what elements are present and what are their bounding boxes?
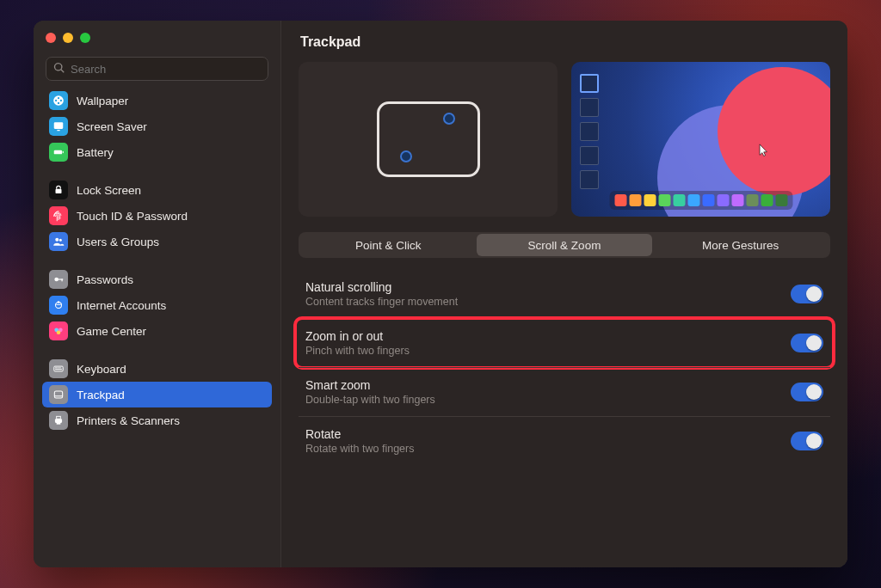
internetaccounts-icon [49,296,68,315]
sidebar-item-trackpad[interactable]: Trackpad [42,382,272,407]
search-input[interactable] [71,63,261,76]
svg-rect-16 [54,391,62,398]
setting-title: Smart zoom [305,378,435,392]
finger-dot-icon [400,150,412,162]
svg-point-5 [55,238,59,242]
battery-icon [49,143,68,162]
trackpad-glyph [377,101,480,177]
setting-subtitle: Pinch with two fingers [305,345,410,357]
sidebar-item-label: Users & Groups [77,236,159,248]
svg-point-7 [54,278,59,282]
finger-dot-icon [443,113,455,125]
sidebar-item-label: Internet Accounts [77,299,166,312]
sidebar-item-label: Lock Screen [77,184,141,197]
keyboard-icon [49,359,68,378]
sidebar-item-label: Touch ID & Password [77,210,188,223]
toggle-rotate[interactable] [791,432,823,450]
passwords-icon [49,270,68,289]
toggle-zoom[interactable] [791,334,823,352]
sidebar-item-label: Wallpaper [77,95,128,107]
setting-title: Rotate [305,427,414,441]
setting-subtitle: Content tracks finger movement [305,296,458,308]
fullscreen-window-button[interactable] [80,33,90,43]
page-title: Trackpad [299,34,830,62]
tab-scroll[interactable]: Scroll & Zoom [477,234,653,256]
sidebar-item-lockscreen[interactable]: Lock Screen [42,177,272,203]
svg-rect-9 [62,279,63,281]
svg-point-11 [58,301,60,303]
gesture-preview-display [571,62,830,217]
main-panel: Trackpad Point & ClickScroll & [281,21,847,567]
sidebar-item-touchid[interactable]: Touch ID & Password [42,203,272,229]
setting-subtitle: Rotate with two fingers [305,443,414,455]
sidebar-item-label: Keyboard [77,363,126,376]
sidebar-item-internetaccounts[interactable]: Internet Accounts [42,292,272,318]
sidebar-item-label: Passwords [77,273,133,286]
sidebar-item-label: Game Center [77,325,146,338]
tab-point[interactable]: Point & Click [300,234,477,256]
close-window-button[interactable] [46,33,56,43]
sidebar-item-label: Battery [77,146,114,159]
svg-rect-3 [63,151,64,153]
trackpad-icon [49,385,68,404]
toggle-smartzoom[interactable] [791,383,823,401]
gesture-preview-trackpad [299,62,558,217]
setting-title: Natural scrolling [305,280,458,294]
screensaver-icon [49,117,68,136]
minimize-window-button[interactable] [63,33,73,43]
lockscreen-icon [49,181,68,199]
svg-rect-1 [57,130,60,131]
sidebar-item-keyboard[interactable]: Keyboard [42,356,272,382]
preview-dock [609,191,792,210]
svg-point-6 [59,239,62,242]
color-swatch-column [580,74,599,189]
svg-rect-0 [54,122,64,129]
setting-title: Zoom in or out [305,329,410,343]
setting-row-smartzoom: Smart zoomDouble-tap with two fingers [299,367,830,416]
svg-point-14 [57,330,61,334]
sidebar: WallpaperScreen SaverBatteryLock ScreenT… [34,21,281,567]
settings-window: WallpaperScreen SaverBatteryLock ScreenT… [34,21,847,567]
tab-bar: Point & ClickScroll & ZoomMore Gestures [299,232,830,258]
window-controls [34,21,280,46]
users-icon [49,232,68,251]
setting-row-natural: Natural scrollingContent tracks finger m… [299,270,830,318]
sidebar-item-battery[interactable]: Battery [42,139,272,165]
sidebar-item-label: Trackpad [77,389,125,401]
svg-rect-4 [56,189,62,193]
gamecenter-icon [49,322,68,340]
sidebar-item-users[interactable]: Users & Groups [42,229,272,254]
printers-icon [49,411,68,430]
touchid-icon [49,206,68,225]
tab-gestures[interactable]: More Gestures [652,234,829,256]
sidebar-item-screensaver[interactable]: Screen Saver [42,113,272,139]
toggle-natural[interactable] [791,285,823,303]
svg-rect-18 [57,416,61,419]
svg-rect-15 [54,366,64,371]
sidebar-item-passwords[interactable]: Passwords [42,266,272,292]
svg-rect-19 [57,421,61,425]
sidebar-item-printers[interactable]: Printers & Scanners [42,407,272,433]
cursor-icon [759,144,768,157]
svg-rect-2 [54,150,62,155]
setting-row-rotate: RotateRotate with two fingers [299,416,830,465]
search-field[interactable] [46,57,268,81]
setting-subtitle: Double-tap with two fingers [305,394,435,406]
search-icon [53,62,65,77]
sidebar-item-gamecenter[interactable]: Game Center [42,318,272,344]
sidebar-item-label: Screen Saver [77,120,147,133]
settings-list: Natural scrollingContent tracks finger m… [299,270,830,465]
sidebar-item-label: Printers & Scanners [77,414,180,427]
wallpaper-icon [49,91,68,110]
sidebar-item-wallpaper[interactable]: Wallpaper [42,88,272,113]
setting-row-zoom: Zoom in or outPinch with two fingers [299,318,830,367]
